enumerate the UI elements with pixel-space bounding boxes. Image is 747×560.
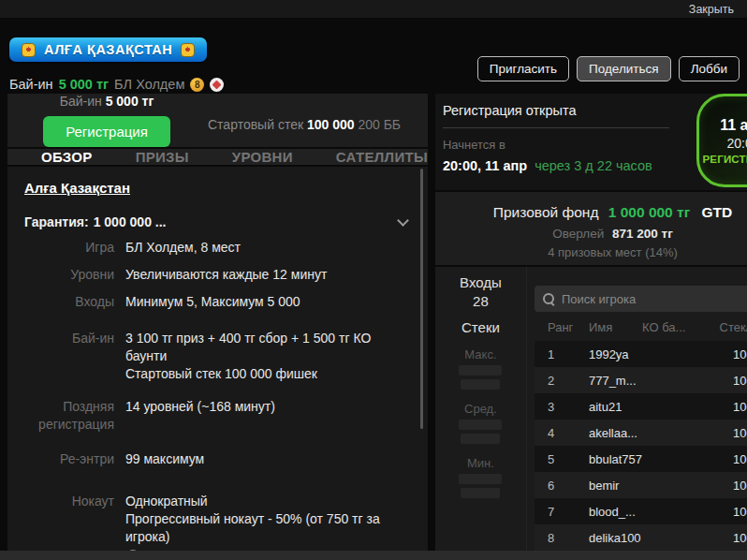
detail-label: Уровни (24, 266, 114, 284)
column-name: Имя (589, 320, 642, 334)
buyin-block: Бай-ин 5 000 тг Регистрация (22, 94, 191, 147)
entries-label: Входы (435, 274, 526, 290)
guarantee-row: Гарантия: 1 000 000 ... (24, 214, 411, 229)
register-button[interactable]: Регистрация (43, 116, 170, 147)
player-name: aitu21 (589, 400, 642, 414)
player-stack: 100 000 (710, 400, 747, 414)
player-row[interactable]: 5bbulat757100 000 (535, 446, 747, 472)
detail-value: БЛ Холдем, 8 мест (125, 239, 241, 257)
detail-value: Минимум 5, Максимум 5 000 (125, 293, 300, 311)
detail-row: Поздняя регистрация14 уровней (~168 мину… (24, 398, 411, 434)
detail-label: Бай-ин (24, 330, 114, 383)
entries-count: 28 (435, 293, 526, 309)
column-stack-prize: Стек/Приз (710, 320, 747, 334)
player-row[interactable]: 8delika100100 000 (535, 524, 747, 551)
detail-label: Поздняя регистрация (24, 398, 114, 434)
player-stack: 100 000 (710, 505, 747, 519)
detail-value: 3 100 тг приз + 400 тг сбор + 1 500 тг К… (125, 330, 411, 383)
prize-pool-label: Призовой фонд (493, 204, 599, 220)
min-stack-placeholder (459, 474, 502, 484)
player-row[interactable]: 3aitu21100 000 (535, 393, 747, 420)
detail-label: Ре-энтри (24, 450, 114, 468)
avg-stack-placeholder (461, 434, 500, 444)
player-stack: 100 000 (710, 531, 747, 545)
stack-value: 100 000 (307, 117, 355, 132)
player-stack: 100 000 (710, 347, 747, 361)
close-button[interactable]: Закрыть (689, 3, 734, 16)
player-name: 1992ya (589, 347, 642, 361)
start-time: 20:00, 11 апр (443, 158, 527, 173)
player-name: bbulat757 (589, 452, 642, 466)
detail-value: 99 максимум (125, 450, 204, 468)
player-row[interactable]: 2777_m...100 000 (535, 367, 747, 393)
tournament-name-heading: Алға Қазақстан (24, 180, 411, 196)
search-icon (542, 292, 555, 305)
player-name: bemir (589, 479, 642, 493)
player-name: akellaa... (589, 426, 642, 440)
panel-buyin-value: 5 000 тг (106, 94, 154, 109)
lobby-button[interactable]: Лобби (679, 56, 740, 81)
guarantee-value: 1 000 000 ... (94, 214, 167, 229)
player-rank: 2 (548, 374, 589, 388)
min-stack-label: Мин. (435, 456, 526, 470)
share-button[interactable]: Поделиться (577, 56, 671, 81)
player-row[interactable]: 7blood_...100 000 (535, 498, 747, 524)
badge-registration-label: РЕГИСТРАЦИЯ (702, 154, 747, 165)
avg-stack-block: Сред. (435, 402, 526, 444)
player-row[interactable]: 6bemir100 000 (535, 472, 747, 498)
starting-stack-line: Стартовый стек 100 000 200 ББ (208, 117, 401, 132)
chevron-down-icon[interactable] (397, 214, 409, 227)
bounty-icon (210, 78, 224, 92)
max-stack-placeholder (459, 365, 502, 376)
tab-overview[interactable]: ОБЗОР (41, 149, 93, 165)
player-rank: 5 (548, 452, 589, 466)
tournament-lobby-window: Закрыть АЛҒА ҚАЗАҚСТАН Бай-ин 5 000 тг Б… (0, 0, 747, 551)
gtd-label: GTD (701, 204, 732, 220)
detail-rows: ИграБЛ Холдем, 8 местУровниУвеличиваются… (24, 239, 411, 560)
player-rank: 7 (548, 505, 589, 519)
tournament-title: АЛҒА ҚАЗАҚСТАН (44, 42, 172, 57)
invite-button[interactable]: Пригласить (477, 56, 569, 81)
window-topbar: Закрыть (0, 0, 747, 18)
tournament-header: АЛҒА ҚАЗАҚСТАН Бай-ин 5 000 тг БЛ Холдем… (0, 18, 747, 94)
tab-levels[interactable]: УРОВНИ (232, 149, 293, 165)
player-name: 777_m... (589, 374, 642, 388)
tournament-subtitle: Бай-ин 5 000 тг БЛ Холдем 8 (9, 77, 224, 92)
paid-places: 4 призовых мест (14%) (435, 245, 747, 259)
player-stack: 100 000 (710, 452, 747, 466)
detail-label: Входы (24, 293, 114, 311)
tab-bar: ОБЗОРПРИЗЫУРОВНИСАТЕЛЛИТЫ (7, 149, 428, 165)
detail-row: Бай-ин3 100 тг приз + 400 тг сбор + 1 50… (24, 330, 411, 383)
player-name: delika100 (589, 531, 642, 545)
max-stack-block: Макс. (435, 347, 526, 390)
tab-satellites[interactable]: САТЕЛЛИТЫ (336, 149, 428, 165)
details-scrollbar[interactable] (420, 169, 423, 429)
overlay-value: 871 200 тг (612, 227, 673, 241)
player-search-input[interactable] (562, 292, 747, 306)
player-rank: 3 (548, 400, 589, 414)
detail-row: УровниУвеличиваются каждые 12 минут (24, 266, 411, 284)
overview-details-panel: Алға Қазақстан Гарантия: 1 000 000 ... И… (7, 167, 428, 560)
column-rank: Ранг (548, 320, 589, 334)
detail-row: ВходыМинимум 5, Максимум 5 000 (24, 293, 411, 311)
left-panel: Бай-ин 5 000 тг Регистрация Стартовый ст… (7, 94, 428, 551)
stats-column: Входы 28 Стеки Макс. Сред. Мин. (435, 267, 527, 551)
player-name: blood_... (589, 505, 642, 519)
player-rank: 1 (548, 347, 589, 361)
seats-icon: 8 (190, 78, 204, 92)
event-emblem-icon (181, 43, 195, 57)
badge-time: 20:00 (727, 136, 747, 151)
event-emblem-icon (22, 43, 36, 57)
stack-bb: 200 ББ (358, 117, 401, 132)
player-stack: 100 000 (710, 479, 747, 493)
buyin-value: 5 000 тг (59, 77, 109, 92)
player-row[interactable]: 4akellaa...100 000 (535, 420, 747, 446)
player-row[interactable]: 11992ya100 000 (535, 341, 747, 367)
overlay-label: Оверлей (552, 227, 604, 241)
tab-prizes[interactable]: ПРИЗЫ (136, 149, 189, 165)
max-stack-label: Макс. (435, 347, 526, 361)
stack-label: Стартовый стек (208, 117, 303, 132)
player-stack: 100 000 (710, 374, 747, 388)
column-ko-bounty: КО ба... (642, 320, 710, 334)
registration-status-section: Регистрация открыта Начнется в 20:00, 11… (435, 94, 747, 190)
